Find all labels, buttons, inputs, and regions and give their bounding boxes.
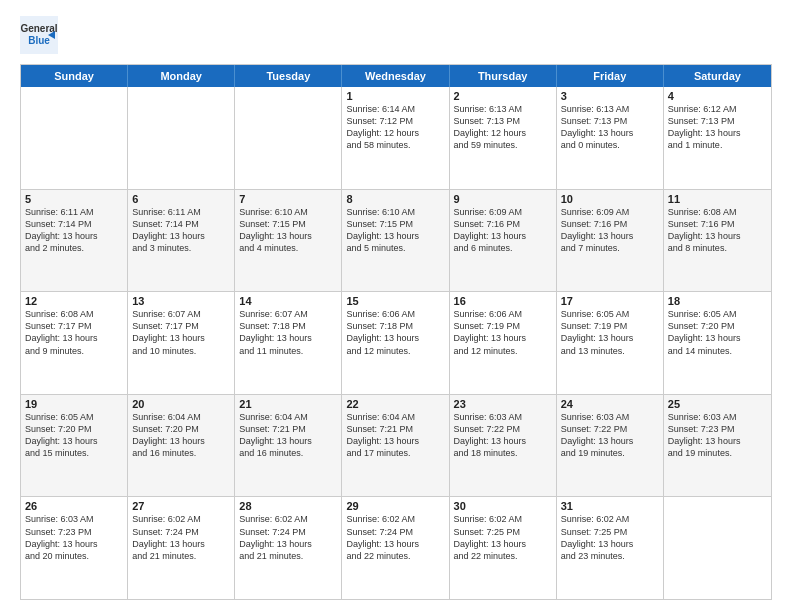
day-number: 2 (454, 90, 552, 102)
day-cell-21: 21Sunrise: 6:04 AM Sunset: 7:21 PM Dayli… (235, 395, 342, 497)
day-number: 19 (25, 398, 123, 410)
day-number: 15 (346, 295, 444, 307)
day-number: 16 (454, 295, 552, 307)
logo: GeneralBlue (20, 16, 58, 54)
day-cell-3: 3Sunrise: 6:13 AM Sunset: 7:13 PM Daylig… (557, 87, 664, 189)
calendar-row-0: 1Sunrise: 6:14 AM Sunset: 7:12 PM Daylig… (21, 87, 771, 190)
day-number: 3 (561, 90, 659, 102)
day-number: 24 (561, 398, 659, 410)
day-cell-20: 20Sunrise: 6:04 AM Sunset: 7:20 PM Dayli… (128, 395, 235, 497)
day-cell-4: 4Sunrise: 6:12 AM Sunset: 7:13 PM Daylig… (664, 87, 771, 189)
day-cell-14: 14Sunrise: 6:07 AM Sunset: 7:18 PM Dayli… (235, 292, 342, 394)
day-info: Sunrise: 6:04 AM Sunset: 7:21 PM Dayligh… (346, 411, 444, 460)
day-number: 25 (668, 398, 767, 410)
day-cell-5: 5Sunrise: 6:11 AM Sunset: 7:14 PM Daylig… (21, 190, 128, 292)
day-info: Sunrise: 6:05 AM Sunset: 7:19 PM Dayligh… (561, 308, 659, 357)
day-info: Sunrise: 6:02 AM Sunset: 7:24 PM Dayligh… (239, 513, 337, 562)
empty-cell-r0c2 (235, 87, 342, 189)
day-number: 10 (561, 193, 659, 205)
empty-cell-r0c0 (21, 87, 128, 189)
day-cell-30: 30Sunrise: 6:02 AM Sunset: 7:25 PM Dayli… (450, 497, 557, 599)
day-info: Sunrise: 6:12 AM Sunset: 7:13 PM Dayligh… (668, 103, 767, 152)
empty-cell-r4c6 (664, 497, 771, 599)
day-cell-22: 22Sunrise: 6:04 AM Sunset: 7:21 PM Dayli… (342, 395, 449, 497)
day-info: Sunrise: 6:02 AM Sunset: 7:25 PM Dayligh… (454, 513, 552, 562)
day-cell-19: 19Sunrise: 6:05 AM Sunset: 7:20 PM Dayli… (21, 395, 128, 497)
header-day-tuesday: Tuesday (235, 65, 342, 87)
day-cell-13: 13Sunrise: 6:07 AM Sunset: 7:17 PM Dayli… (128, 292, 235, 394)
day-number: 29 (346, 500, 444, 512)
day-cell-27: 27Sunrise: 6:02 AM Sunset: 7:24 PM Dayli… (128, 497, 235, 599)
day-cell-31: 31Sunrise: 6:02 AM Sunset: 7:25 PM Dayli… (557, 497, 664, 599)
day-number: 31 (561, 500, 659, 512)
day-number: 12 (25, 295, 123, 307)
header-day-thursday: Thursday (450, 65, 557, 87)
day-info: Sunrise: 6:14 AM Sunset: 7:12 PM Dayligh… (346, 103, 444, 152)
day-number: 17 (561, 295, 659, 307)
day-info: Sunrise: 6:09 AM Sunset: 7:16 PM Dayligh… (454, 206, 552, 255)
day-cell-2: 2Sunrise: 6:13 AM Sunset: 7:13 PM Daylig… (450, 87, 557, 189)
day-cell-8: 8Sunrise: 6:10 AM Sunset: 7:15 PM Daylig… (342, 190, 449, 292)
day-number: 28 (239, 500, 337, 512)
day-number: 6 (132, 193, 230, 205)
day-info: Sunrise: 6:06 AM Sunset: 7:19 PM Dayligh… (454, 308, 552, 357)
calendar: SundayMondayTuesdayWednesdayThursdayFrid… (20, 64, 772, 600)
calendar-row-4: 26Sunrise: 6:03 AM Sunset: 7:23 PM Dayli… (21, 497, 771, 599)
day-info: Sunrise: 6:03 AM Sunset: 7:22 PM Dayligh… (454, 411, 552, 460)
day-info: Sunrise: 6:02 AM Sunset: 7:25 PM Dayligh… (561, 513, 659, 562)
day-cell-12: 12Sunrise: 6:08 AM Sunset: 7:17 PM Dayli… (21, 292, 128, 394)
day-info: Sunrise: 6:05 AM Sunset: 7:20 PM Dayligh… (25, 411, 123, 460)
day-cell-17: 17Sunrise: 6:05 AM Sunset: 7:19 PM Dayli… (557, 292, 664, 394)
day-number: 4 (668, 90, 767, 102)
day-number: 5 (25, 193, 123, 205)
day-number: 14 (239, 295, 337, 307)
day-info: Sunrise: 6:10 AM Sunset: 7:15 PM Dayligh… (239, 206, 337, 255)
day-cell-6: 6Sunrise: 6:11 AM Sunset: 7:14 PM Daylig… (128, 190, 235, 292)
day-number: 7 (239, 193, 337, 205)
day-number: 27 (132, 500, 230, 512)
page: GeneralBlue SundayMondayTuesdayWednesday… (0, 0, 792, 612)
svg-text:General: General (20, 23, 57, 34)
day-info: Sunrise: 6:13 AM Sunset: 7:13 PM Dayligh… (561, 103, 659, 152)
calendar-header: SundayMondayTuesdayWednesdayThursdayFrid… (21, 65, 771, 87)
header-day-sunday: Sunday (21, 65, 128, 87)
day-info: Sunrise: 6:11 AM Sunset: 7:14 PM Dayligh… (132, 206, 230, 255)
day-number: 30 (454, 500, 552, 512)
header-day-monday: Monday (128, 65, 235, 87)
day-info: Sunrise: 6:04 AM Sunset: 7:21 PM Dayligh… (239, 411, 337, 460)
empty-cell-r0c1 (128, 87, 235, 189)
day-number: 8 (346, 193, 444, 205)
header-day-wednesday: Wednesday (342, 65, 449, 87)
day-info: Sunrise: 6:08 AM Sunset: 7:16 PM Dayligh… (668, 206, 767, 255)
logo-svg: GeneralBlue (20, 16, 58, 54)
day-number: 9 (454, 193, 552, 205)
day-cell-18: 18Sunrise: 6:05 AM Sunset: 7:20 PM Dayli… (664, 292, 771, 394)
day-cell-10: 10Sunrise: 6:09 AM Sunset: 7:16 PM Dayli… (557, 190, 664, 292)
day-info: Sunrise: 6:02 AM Sunset: 7:24 PM Dayligh… (346, 513, 444, 562)
calendar-row-1: 5Sunrise: 6:11 AM Sunset: 7:14 PM Daylig… (21, 190, 771, 293)
day-number: 26 (25, 500, 123, 512)
day-cell-25: 25Sunrise: 6:03 AM Sunset: 7:23 PM Dayli… (664, 395, 771, 497)
svg-text:Blue: Blue (28, 35, 50, 46)
day-info: Sunrise: 6:03 AM Sunset: 7:23 PM Dayligh… (668, 411, 767, 460)
day-info: Sunrise: 6:02 AM Sunset: 7:24 PM Dayligh… (132, 513, 230, 562)
day-number: 21 (239, 398, 337, 410)
day-cell-24: 24Sunrise: 6:03 AM Sunset: 7:22 PM Dayli… (557, 395, 664, 497)
day-info: Sunrise: 6:03 AM Sunset: 7:22 PM Dayligh… (561, 411, 659, 460)
day-number: 23 (454, 398, 552, 410)
header-day-friday: Friday (557, 65, 664, 87)
day-number: 20 (132, 398, 230, 410)
calendar-body: 1Sunrise: 6:14 AM Sunset: 7:12 PM Daylig… (21, 87, 771, 599)
day-info: Sunrise: 6:13 AM Sunset: 7:13 PM Dayligh… (454, 103, 552, 152)
day-info: Sunrise: 6:08 AM Sunset: 7:17 PM Dayligh… (25, 308, 123, 357)
day-cell-26: 26Sunrise: 6:03 AM Sunset: 7:23 PM Dayli… (21, 497, 128, 599)
header: GeneralBlue (20, 16, 772, 54)
day-cell-1: 1Sunrise: 6:14 AM Sunset: 7:12 PM Daylig… (342, 87, 449, 189)
day-number: 1 (346, 90, 444, 102)
day-cell-29: 29Sunrise: 6:02 AM Sunset: 7:24 PM Dayli… (342, 497, 449, 599)
calendar-row-2: 12Sunrise: 6:08 AM Sunset: 7:17 PM Dayli… (21, 292, 771, 395)
day-info: Sunrise: 6:03 AM Sunset: 7:23 PM Dayligh… (25, 513, 123, 562)
day-info: Sunrise: 6:10 AM Sunset: 7:15 PM Dayligh… (346, 206, 444, 255)
day-number: 13 (132, 295, 230, 307)
day-info: Sunrise: 6:07 AM Sunset: 7:17 PM Dayligh… (132, 308, 230, 357)
